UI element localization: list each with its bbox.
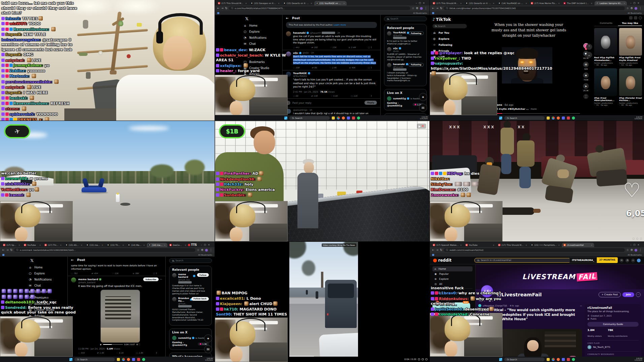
chat-username[interactable]: bolusdeorangutan: (1, 38, 41, 42)
browser-tabstrip[interactable]: ▶(17) SpaceX Makes History Co...×▶YouTub… (430, 242, 644, 247)
browser-tab[interactable]: ▶(17) How Meme Plots Fly Thr...× (529, 1, 561, 5)
browser-tab[interactable]: X(15) ASMR on X "7l...× (64, 243, 84, 247)
tweet-yourrage[interactable]: YourRAGE✓ @YourRAGEz "don't talk to him … (283, 70, 380, 99)
browser-tab[interactable]: ▶YouTube× (464, 243, 496, 247)
discord-icon[interactable] (347, 117, 350, 120)
browser-tab[interactable]: X(15) The Bulwark o...× (105, 243, 126, 247)
suggested-video[interactable]: Real #fyp #gifTok #homelander... honker_… (594, 28, 617, 66)
browser-tab[interactable]: ▶(17) This Should Ma...× (43, 243, 63, 247)
app-icon[interactable] (567, 358, 570, 361)
chat-username[interactable]: JummyKohms: (13, 63, 43, 68)
video-thumbnail[interactable] (594, 28, 617, 56)
video-controls[interactable]: 0:04 / 0:20 (404, 358, 427, 361)
profile-avatar[interactable] (205, 249, 208, 252)
grok-fab-icon[interactable]: ✦ (419, 93, 427, 101)
chat-username[interactable]: cooldudeVlad: (439, 312, 469, 317)
chat-username[interactable]: Sunbeibls: (224, 193, 246, 197)
messages-fab-icon[interactable]: ✉ (419, 104, 427, 112)
discord-icon[interactable] (562, 117, 565, 120)
windows-taskbar[interactable]: Search3:44 PM1/25/2025 (215, 115, 429, 121)
x-nav-item[interactable]: ○Explore (243, 30, 282, 33)
chat-username[interactable]: Sondredd: (5, 305, 27, 310)
taskbar-clock[interactable]: 3:09 PM1/25/2025 (634, 358, 642, 361)
bookmark-icon[interactable] (217, 12, 219, 14)
taskbar-search[interactable]: Search (504, 358, 545, 361)
extensions-icon[interactable]: ⚙ (631, 249, 633, 252)
browser-toolbar[interactable]: ←→↻ ⓘx.com/mark_bastard/status/201528020… (0, 247, 215, 253)
chat-username[interactable]: henirski: (9, 96, 28, 100)
file-explorer-icon[interactable] (117, 358, 120, 361)
tab-close-icon[interactable]: × (122, 244, 124, 246)
forward-icon[interactable]: → (221, 7, 224, 10)
tab-close-icon[interactable]: × (164, 244, 166, 246)
tab-close-icon[interactable]: × (591, 2, 592, 4)
video-thumbnail[interactable] (594, 68, 617, 96)
play-icon[interactable]: ▶ (100, 343, 102, 345)
follow-button[interactable]: Following (409, 63, 424, 67)
back-icon[interactable]: ← (286, 16, 289, 20)
window-controls[interactable]: –▢× (197, 243, 215, 247)
pip-icon[interactable] (629, 16, 633, 20)
taskbar-clock[interactable]: 3:09 PM1/25/2025 (205, 358, 213, 361)
browser-tab[interactable]: ▶(17) This Should Make You W...× (431, 1, 463, 5)
reddit-search-input[interactable]: Search in r/LivestreamFail (474, 258, 575, 263)
community-guide-button[interactable]: Community Guide (587, 322, 639, 327)
chat-username[interactable]: excalicat01: (220, 296, 245, 301)
tiktok-nav-item[interactable]: ◎Explore (432, 37, 467, 40)
tab-close-icon[interactable]: × (343, 2, 345, 4)
x-search-input[interactable]: Search (169, 258, 212, 263)
suggested-video[interactable]: #fyp #real #barryberkman... honker_produ… (594, 68, 617, 106)
person-entry[interactable]: xQc✓ @xQc PLAYER OF GAMES - Streamer of … (387, 47, 424, 61)
tab-close-icon[interactable]: × (493, 244, 494, 246)
browser-toolbar[interactable]: ←→↻ ⓘreddit.com/r/LivestreamFail/Hot/ ☆⚙… (430, 247, 644, 253)
video-controls[interactable]: 0:06 / 1:41 (619, 237, 642, 240)
tab-close-icon[interactable]: × (591, 244, 592, 246)
muted-icon[interactable]: ✕ (417, 124, 426, 129)
back-icon[interactable]: ← (217, 7, 220, 10)
reddit-nav-item[interactable]: ⌂Home (432, 266, 473, 271)
create-post-button[interactable]: + Create Post (599, 292, 621, 297)
x-logo-icon[interactable]: 𝕏 (30, 258, 67, 263)
browser-toolbar[interactable]: ←→↻ ⓘx.com/YourRAGEz/status/201577688884… (215, 5, 429, 11)
x-nav-item[interactable]: ○Explore (28, 272, 67, 275)
chat-username[interactable]: SnproX: (5, 32, 22, 37)
back-icon[interactable]: ← (432, 249, 434, 252)
browser-tab[interactable]: ♪Lesbian Vampire Killers: A Sn...× (594, 1, 627, 5)
person-entry[interactable]: meme bastard✓ @mark_bas Follow Cowabunga… (172, 273, 209, 295)
chat-username[interactable]: izanmi: (9, 193, 24, 197)
x-search-input[interactable]: Search (384, 17, 427, 21)
browser-tab[interactable]: ▶YouTube× (22, 243, 43, 247)
tweet-stats[interactable]: ◌ 69⇄ 148♡ 5.6K▢ 126↥ (293, 95, 377, 97)
firefox-icon[interactable] (127, 358, 130, 361)
tab-close-icon[interactable]: × (19, 244, 20, 246)
windows-taskbar[interactable]: Search3:09 PM1/25/2025 (430, 357, 644, 362)
bookmark-star-icon[interactable]: ☆ (197, 249, 199, 252)
browser-tab[interactable]: X(14) meme bastard ...× (147, 243, 167, 247)
more-options-button[interactable]: ⋯ (636, 292, 641, 297)
tweet-stats[interactable]: ◌ 559⇄ 1.4K♡ 6.1K▢ 1.8K↥ (78, 352, 162, 354)
browser-tab[interactable]: ▶(17) SpaceX Makes History Co...× (431, 243, 463, 247)
tab-you-may-like[interactable]: You may like (618, 21, 642, 26)
chat-username[interactable]: BimDuncan: (431, 188, 456, 192)
tab-close-icon[interactable]: × (525, 2, 527, 4)
tiktok-nav-item[interactable]: ☆Following (432, 43, 467, 46)
chat-username[interactable]: Sont90: (216, 312, 232, 317)
video-thumbnail[interactable] (619, 68, 642, 96)
create-post-icon[interactable]: + (631, 259, 635, 262)
video-thumbnail[interactable] (619, 28, 642, 56)
bookmark-star-icon[interactable]: ☆ (412, 7, 414, 10)
x-nav-item[interactable]: ◔Notifications (243, 36, 282, 39)
bookmark-icon[interactable] (432, 254, 434, 256)
chat-username[interactable]: perciousisunavailable: (5, 80, 52, 84)
comment-icon[interactable]: ✉ (583, 62, 589, 67)
chat-username[interactable]: Reverseiiiusions: (13, 27, 49, 32)
bookmark-icon[interactable]: ★ (583, 72, 589, 78)
x-nav-item[interactable]: ◔Notifications (28, 278, 67, 281)
tiktok-logo[interactable]: TikTok (432, 17, 467, 22)
browser-tab[interactable]: ●r/LivestreamFail× (562, 243, 594, 247)
browser-tab[interactable]: X(14) Matthew Daffo...× (126, 243, 147, 247)
chat-username[interactable]: beaux_dev: (224, 48, 248, 52)
chat-username[interactable]: astyrical: (5, 58, 25, 63)
video-controls[interactable]: ▶0:04 / 0:07⚙ ⛶ (100, 343, 140, 346)
tab-close-icon[interactable]: × (525, 244, 527, 246)
